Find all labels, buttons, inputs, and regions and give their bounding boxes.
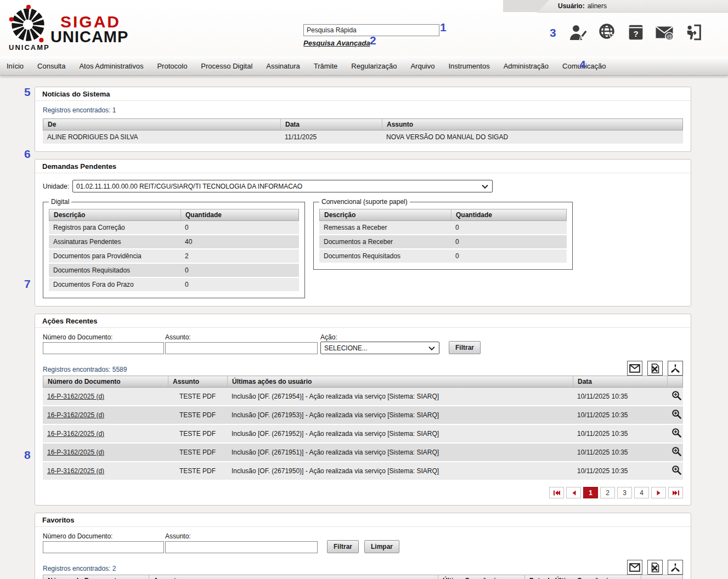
records-found: Registros encontrados: 1 (43, 106, 683, 114)
demand-desc: Documentos para Providência (49, 249, 180, 264)
export-excel-button[interactable] (647, 361, 663, 376)
recent-actions-table: Número do Documento Assunto Últimas açõe… (43, 376, 683, 481)
conventional-fieldset: Convencional (suporte papel) Descrição Q… (313, 198, 573, 270)
menu-item-administracao[interactable]: Administração (504, 62, 549, 70)
filter-button[interactable]: Filtrar (449, 341, 481, 354)
doc-subject: TESTE PDF (168, 462, 227, 481)
subject-input[interactable] (165, 541, 318, 553)
advanced-search-link[interactable]: Pesquisa Avançada (303, 39, 370, 47)
col-assunto: Assunto (168, 376, 227, 388)
globe-icon[interactable] (598, 23, 617, 42)
doc-action: Inclusão [OF. (2671951)] - Ação realizad… (227, 444, 573, 462)
export-email-button[interactable] (627, 560, 642, 575)
mail-icon[interactable]: @ (655, 23, 674, 42)
news-data: 11/11/2025 (280, 130, 382, 145)
col-quantidade: Quantidade (451, 209, 567, 221)
zoom-in-icon[interactable] (671, 409, 682, 419)
filter-button[interactable]: Filtrar (327, 540, 359, 553)
sigad-home-page: UNICAMP SIGAD UNICAMP Pesquisa Avançada … (0, 0, 728, 579)
last-page-icon[interactable] (668, 487, 683, 498)
table-row: Documentos a Receber 0 (319, 235, 567, 249)
help-icon[interactable]: ? (628, 23, 644, 42)
menu-item-processo-digital[interactable]: Processo Digital (201, 62, 252, 70)
col-actions (641, 575, 683, 579)
menu-item-regularizacao[interactable]: Regularização (351, 62, 397, 70)
doc-date: 10/11/2025 10:35 (573, 388, 667, 406)
email-icon (629, 364, 640, 373)
next-page-icon[interactable] (651, 487, 666, 498)
news-assunto: NOVA VERSÃO DO MANUAL DO SIGAD (382, 130, 683, 145)
menu-item-protocolo[interactable]: Protocolo (157, 62, 187, 70)
records-found: Registros encontrados: 5589 (43, 366, 127, 373)
subject-label: Assunto: (165, 532, 191, 540)
col-descricao: Descrição (319, 209, 451, 221)
doc-number-link[interactable]: 16-P-3162/2025 (d) (47, 430, 104, 438)
doc-number-link[interactable]: 16-P-3162/2025 (d) (47, 411, 104, 419)
menu-item-atos-administrativos[interactable]: Atos Administrativos (79, 62, 143, 70)
user-edit-icon[interactable] (568, 23, 587, 42)
news-table: De Data Assunto ALINE RODRIGUES DA SILVA… (43, 118, 683, 145)
prev-page-icon[interactable] (566, 487, 581, 498)
annotation-1: 1 (440, 21, 447, 34)
menu-item-consulta[interactable]: Consulta (37, 62, 65, 70)
zoom-in-icon[interactable] (671, 446, 682, 457)
col-descricao: Descrição (49, 209, 180, 221)
col-data: Data (280, 118, 382, 130)
doc-number-input[interactable] (43, 541, 164, 553)
digital-table: Descrição Quantidade Registros para Corr… (49, 209, 299, 292)
table-row: Documentos Fora do Prazo 0 (49, 278, 299, 292)
export-email-button[interactable] (627, 361, 642, 376)
zoom-in-icon[interactable] (671, 465, 682, 475)
annotation-4: 4 (579, 58, 586, 71)
table-row[interactable]: ALINE RODRIGUES DA SILVA 11/11/2025 NOVA… (43, 130, 683, 145)
demand-desc: Remessas a Receber (319, 221, 451, 235)
first-page-icon[interactable] (549, 487, 564, 498)
main-menu: Início Consulta Atos Administrativos Pro… (0, 56, 728, 76)
col-quantidade: Quantidade (180, 209, 299, 221)
svg-text:?: ? (633, 29, 638, 38)
doc-action: Inclusão [OF. (2671950)] - Ação realizad… (227, 462, 573, 481)
unicamp-seal-icon (8, 4, 48, 44)
demand-qty: 0 (451, 221, 567, 235)
menu-item-tramite[interactable]: Trâmite (314, 62, 338, 70)
demand-qty: 0 (180, 221, 299, 235)
export-pdf-button[interactable] (668, 560, 683, 575)
demand-qty: 0 (180, 264, 299, 278)
page-button-2[interactable]: 2 (600, 487, 615, 498)
pdf-icon (670, 563, 680, 572)
section-title: Demandas Pendentes (35, 160, 691, 173)
doc-number-link[interactable]: 16-P-3162/2025 (d) (47, 393, 104, 400)
section-noticias: Notícias do Sistema Registros encontrado… (35, 87, 691, 152)
page-button-3[interactable]: 3 (617, 487, 632, 498)
demand-desc: Documentos Fora do Prazo (49, 278, 180, 292)
export-pdf-button[interactable] (668, 361, 683, 376)
page-button-1[interactable]: 1 (583, 487, 598, 498)
unidade-select[interactable]: 01.02.11.11.00.00.00 REIT/CGU/SIARQ/TI T… (72, 180, 493, 192)
subject-input[interactable] (165, 342, 318, 354)
menu-item-arquivo[interactable]: Arquivo (410, 62, 434, 70)
doc-number-link[interactable]: 16-P-3162/2025 (d) (47, 449, 104, 456)
table-row: Registros para Correção 0 (49, 221, 299, 235)
svg-text:@: @ (667, 33, 673, 40)
doc-number-link[interactable]: 16-P-3162/2025 (d) (47, 467, 104, 475)
excel-icon (650, 364, 660, 373)
page-button-4[interactable]: 4 (634, 487, 649, 498)
action-select[interactable]: SELECIONE... (320, 342, 439, 354)
news-de: ALINE RODRIGUES DA SILVA (43, 130, 280, 145)
table-row: 16-P-3162/2025 (d) TESTE PDF Inclusão [O… (43, 388, 683, 406)
clear-button[interactable]: Limpar (364, 540, 399, 553)
menu-item-instrumentos[interactable]: Instrumentos (448, 62, 489, 70)
export-excel-button[interactable] (647, 560, 663, 575)
digital-fieldset: Digital Descrição Quantidade Registros p… (43, 198, 305, 298)
header-icon-toolbar: ? @ (568, 23, 702, 42)
menu-item-assinatura[interactable]: Assinatura (266, 62, 300, 70)
doc-number-input[interactable] (43, 342, 164, 354)
demand-desc: Registros para Correção (49, 221, 180, 235)
zoom-in-icon[interactable] (671, 428, 682, 438)
user-info: Usuário: aliners (537, 0, 728, 13)
annotation-6: 6 (24, 147, 31, 161)
annotation-2: 2 (370, 34, 376, 47)
logout-icon[interactable] (685, 23, 702, 42)
zoom-in-icon[interactable] (671, 390, 682, 401)
menu-item-inicio[interactable]: Início (7, 62, 24, 70)
